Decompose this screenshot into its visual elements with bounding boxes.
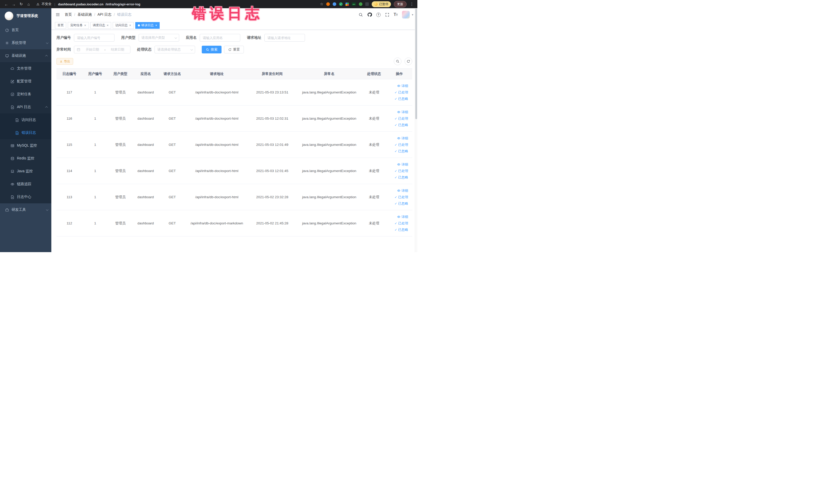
- close-icon[interactable]: ×: [155, 24, 157, 27]
- sidebar-item-infrastructure[interactable]: 基础设施: [0, 49, 51, 62]
- request-url-input[interactable]: [264, 34, 305, 42]
- tab-label: 访问日志: [115, 23, 127, 27]
- browser-menu-icon[interactable]: ⋮: [409, 2, 414, 6]
- scrollbar-thumb[interactable]: [415, 9, 417, 119]
- sidebar-item-dev-tools[interactable]: 研发工具: [0, 203, 51, 216]
- ignored-link[interactable]: ✓已忽略: [394, 227, 408, 232]
- sidebar-item-file-mgmt[interactable]: 文件管理: [0, 62, 51, 75]
- close-icon[interactable]: ×: [129, 24, 131, 27]
- date-range-picker[interactable]: 开始日期 - 结束日期: [74, 46, 130, 54]
- cell-app-name: dashboard: [133, 184, 158, 210]
- sidebar-item-java-monitor[interactable]: Java 监控: [0, 165, 51, 178]
- extension-icon-green-check[interactable]: ✓: [339, 2, 343, 6]
- avatar-caret-icon[interactable]: ▾: [412, 13, 413, 16]
- cell-request-url: /api/infra/db-doc/export-html: [186, 79, 248, 105]
- tags-view: 首页 定时任务 × 调度日志 × 访问日志 × 错误日志 ×: [51, 21, 418, 30]
- processed-link[interactable]: ✓已处理: [394, 169, 408, 173]
- ignored-link[interactable]: ✓已忽略: [394, 97, 408, 101]
- export-button[interactable]: 导出: [57, 58, 73, 65]
- search-icon[interactable]: [359, 13, 363, 17]
- cell-status: 未处理: [362, 210, 386, 237]
- cell-log-id: 115: [57, 132, 82, 158]
- processed-link[interactable]: ✓已处理: [394, 221, 408, 226]
- user-avatar[interactable]: [402, 11, 410, 19]
- ignored-link[interactable]: ✓已忽略: [394, 201, 408, 206]
- detail-link[interactable]: 详细: [397, 188, 408, 193]
- breadcrumb-item[interactable]: API 日志: [98, 12, 111, 17]
- address-divider: |: [55, 2, 55, 6]
- extension-icon-orange[interactable]: [326, 2, 330, 6]
- processed-link[interactable]: ✓已处理: [394, 90, 408, 95]
- sidebar-item-scheduled-jobs[interactable]: 定时任务: [0, 88, 51, 101]
- detail-link[interactable]: 详细: [397, 215, 408, 219]
- browser-home-icon[interactable]: ⌂: [25, 1, 32, 7]
- table-toolbar: 导出: [57, 58, 412, 65]
- browser-forward-icon[interactable]: →: [11, 1, 17, 7]
- detail-link[interactable]: 详细: [397, 84, 408, 88]
- active-dot-icon: [138, 24, 140, 26]
- search-button[interactable]: 搜索: [202, 46, 222, 54]
- tab-home[interactable]: 首页: [55, 22, 66, 29]
- date-start-placeholder: 开始日期: [82, 47, 102, 52]
- ignored-link[interactable]: ✓已忽略: [394, 149, 408, 154]
- sidebar-item-error-log[interactable]: 错误日志: [0, 126, 51, 139]
- processed-link[interactable]: ✓已处理: [394, 195, 408, 200]
- cell-exception-time: 2021-05-03 12:01:49: [248, 132, 297, 158]
- detail-link[interactable]: 详细: [397, 110, 408, 115]
- sidebar-item-config-mgmt[interactable]: 配置管理: [0, 75, 51, 88]
- user-id-input[interactable]: [74, 34, 115, 42]
- browser-update-button[interactable]: 更新: [394, 1, 407, 7]
- document-icon: [15, 118, 19, 122]
- tab-schedule-log[interactable]: 调度日志 ×: [90, 22, 111, 29]
- fullscreen-icon[interactable]: [385, 13, 389, 17]
- breadcrumb-item[interactable]: 首页: [65, 12, 72, 17]
- table-row: 112 1 管理员 dashboard GET /api/infra/db-do…: [57, 210, 412, 237]
- address-bar[interactable]: ⚠ 不安全 | dashboard.yudao.iocoder.cn/infra…: [37, 2, 140, 6]
- sidebar-item-access-log[interactable]: 访问日志: [0, 114, 51, 126]
- ignored-link[interactable]: ✓已忽略: [394, 175, 408, 180]
- extension-icon-plug[interactable]: [365, 2, 369, 6]
- refresh-table-button[interactable]: [405, 58, 412, 65]
- help-icon[interactable]: ?: [376, 13, 381, 17]
- sidebar-item-home[interactable]: 首页: [0, 24, 51, 37]
- sidebar-item-api-log[interactable]: API 日志: [0, 101, 51, 114]
- calendar-icon: [77, 48, 80, 52]
- extension-icon-switch-on[interactable]: on: [352, 2, 356, 6]
- close-icon[interactable]: ×: [107, 24, 109, 27]
- document-icon: [15, 131, 19, 135]
- toggle-search-button[interactable]: [394, 58, 402, 65]
- processed-link[interactable]: ✓已处理: [394, 142, 408, 147]
- sidebar-item-label: 研发工具: [12, 207, 43, 212]
- github-icon[interactable]: [367, 12, 372, 17]
- cell-log-id: 117: [57, 79, 82, 105]
- process-status-select[interactable]: 请选择处理状态: [155, 46, 195, 54]
- font-size-icon[interactable]: TT: [394, 13, 398, 17]
- tab-access-log[interactable]: 访问日志 ×: [113, 22, 134, 29]
- sidebar-item-log-center[interactable]: 日志中心: [0, 190, 51, 203]
- tab-scheduled-jobs[interactable]: 定时任务 ×: [68, 22, 89, 29]
- bookmark-star-icon[interactable]: ☆: [320, 2, 323, 6]
- sidebar-item-trace[interactable]: 链路追踪: [0, 178, 51, 190]
- sidebar-toggle-icon[interactable]: [56, 12, 60, 17]
- ignored-link[interactable]: ✓已忽略: [394, 123, 408, 127]
- paused-badge[interactable]: 已暂停: [372, 1, 391, 7]
- extension-icon-leaf[interactable]: [359, 2, 363, 6]
- close-icon[interactable]: ×: [84, 24, 86, 27]
- browser-reload-icon[interactable]: ↻: [18, 1, 24, 7]
- download-icon: [60, 60, 63, 63]
- reset-button[interactable]: 重置: [224, 46, 244, 54]
- sidebar-item-system-mgmt[interactable]: 系统管理: [0, 37, 51, 49]
- processed-link[interactable]: ✓已处理: [394, 116, 408, 121]
- sidebar-item-redis-monitor[interactable]: Redis 监控: [0, 152, 51, 165]
- extension-icon-grid[interactable]: [346, 3, 349, 6]
- sidebar-item-mysql-monitor[interactable]: MySQL 监控: [0, 139, 51, 152]
- extension-icon-blue-drop[interactable]: [333, 2, 336, 6]
- breadcrumb-item[interactable]: 基础设施: [78, 12, 92, 17]
- user-type-select[interactable]: 请选择用户类型: [139, 34, 179, 42]
- app-name-input[interactable]: [200, 34, 240, 42]
- detail-link[interactable]: 详细: [397, 136, 408, 141]
- tab-error-log[interactable]: 错误日志 ×: [135, 22, 160, 29]
- browser-back-icon[interactable]: ←: [3, 1, 9, 7]
- detail-link[interactable]: 详细: [397, 162, 408, 167]
- check-icon: ✓: [394, 169, 397, 173]
